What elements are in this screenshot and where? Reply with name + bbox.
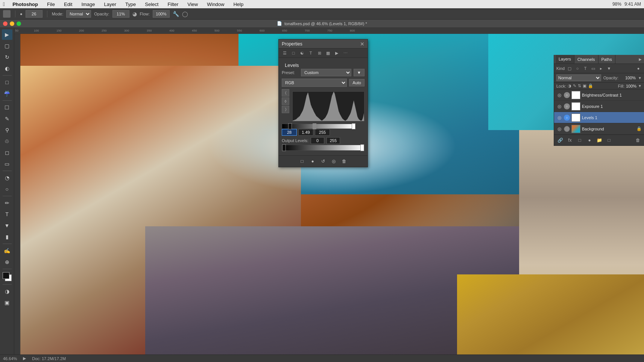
menu-filter[interactable]: Filter (166, 2, 180, 7)
selection-tool[interactable]: ▢ (2, 41, 12, 51)
layer-visibility-lev[interactable]: ◎ (556, 115, 562, 121)
lock-position-icon[interactable]: ⇅ (578, 83, 581, 88)
lock-artboard-icon[interactable]: ▣ (583, 83, 586, 88)
close-button[interactable] (3, 21, 8, 26)
props-icon-rect[interactable]: ▩ (324, 49, 332, 57)
input-levels-slider[interactable] (282, 124, 354, 129)
filter-more-icon[interactable]: ▼ (606, 65, 612, 72)
brush-tool-icon[interactable] (3, 10, 11, 18)
maximize-button[interactable] (17, 21, 21, 26)
quick-select-tool[interactable]: ◐ (2, 63, 12, 74)
pressure-icon[interactable]: ◯ (182, 11, 188, 17)
menu-layer[interactable]: Layer (103, 2, 118, 7)
props-view-prev-button[interactable]: ● (308, 157, 317, 165)
menu-window[interactable]: Window (205, 2, 226, 7)
layers-expand-button[interactable]: ► (638, 57, 642, 62)
filter-pixel-icon[interactable]: ▢ (566, 65, 573, 72)
black-input-handle[interactable] (288, 123, 292, 129)
layer-background[interactable]: ◎ Background 🔒 (554, 123, 644, 135)
doc-info-icon[interactable]: ▶ (23, 356, 26, 361)
properties-close-button[interactable]: ✕ (360, 41, 365, 47)
brush-tool[interactable]: ✎ (2, 114, 12, 124)
eyedropper-tool[interactable]: ☔ (2, 88, 12, 99)
screen-mode-tool[interactable]: ▣ (2, 297, 12, 308)
layer-brightness-contrast[interactable]: ◎ ○ Brightness/Contrast 1 (554, 89, 644, 101)
opacity-arrow[interactable]: ▼ (638, 76, 642, 80)
layers-new-button[interactable]: □ (605, 136, 613, 144)
props-icon-grid[interactable]: □ (290, 49, 297, 57)
gray-point-eyedropper[interactable]: ◊ (282, 97, 289, 105)
props-visibility-button[interactable]: ◎ (330, 157, 338, 165)
output-black-handle[interactable] (282, 144, 286, 151)
props-clip-button[interactable]: □ (298, 157, 306, 165)
black-point-eyedropper[interactable]: 〈 (282, 89, 289, 97)
layers-fx-button[interactable]: fx (566, 136, 574, 144)
menu-edit[interactable]: Edit (62, 2, 74, 7)
props-delete-button[interactable]: 🗑 (340, 157, 348, 165)
layers-tab[interactable]: Layers (556, 55, 574, 64)
paths-tab[interactable]: Paths (598, 55, 615, 64)
filter-toggle-icon[interactable]: ● (635, 65, 642, 72)
minimize-button[interactable] (10, 21, 14, 26)
filter-smart-icon[interactable]: ▸ (598, 65, 605, 72)
smoothing-icon[interactable]: 🔧 (173, 11, 179, 17)
move-tool[interactable]: ▶ (2, 29, 12, 40)
layers-delete-button[interactable]: 🗑 (634, 136, 642, 144)
pen-tool[interactable]: ✏ (2, 198, 12, 208)
layers-adjustment-button[interactable]: ● (586, 136, 593, 144)
layer-visibility-bg[interactable]: ◎ (556, 126, 562, 132)
history-brush-tool[interactable]: ♲ (2, 136, 12, 147)
spot-heal-tool[interactable]: ☐ (2, 102, 12, 113)
clone-tool[interactable]: ⚲ (2, 125, 12, 135)
output-black-input[interactable] (311, 137, 324, 144)
props-icon-yin[interactable]: ☯ (298, 49, 306, 57)
mode-select[interactable]: Normal (66, 10, 91, 18)
layer-adj-icon-lev[interactable]: ○ (564, 115, 570, 121)
output-levels-slider[interactable] (282, 145, 365, 151)
blur-tool[interactable]: ◔ (2, 173, 12, 183)
output-white-input[interactable] (327, 137, 340, 144)
white-point-eyedropper[interactable]: 〉 (282, 106, 289, 113)
zoom-tool[interactable]: ⊕ (2, 257, 12, 267)
props-icon-list[interactable]: ☰ (281, 49, 289, 57)
props-icon-grid2[interactable]: ⊞ (316, 49, 323, 57)
crop-tool[interactable]: □ (2, 77, 12, 88)
lock-transparent-icon[interactable]: ◑ (568, 83, 571, 88)
layers-mask-button[interactable]: □ (576, 136, 583, 144)
menu-photoshop[interactable]: Photoshop (11, 2, 39, 7)
layer-adj-icon-bc[interactable]: ○ (564, 92, 570, 98)
filter-type-icon[interactable]: T (582, 65, 589, 72)
white-input-handle[interactable] (352, 123, 355, 129)
layer-visibility-exp[interactable]: ◎ (556, 103, 562, 109)
preset-select[interactable]: Custom Default (301, 69, 351, 76)
shape-tool[interactable]: ▮ (2, 232, 12, 242)
props-reset-button[interactable]: ↺ (319, 157, 327, 165)
path-select-tool[interactable]: ▼ (2, 220, 12, 231)
brush-size-input[interactable] (26, 10, 43, 18)
menu-view[interactable]: View (186, 2, 199, 7)
menu-type[interactable]: Type (124, 2, 137, 7)
output-white-handle[interactable] (360, 144, 364, 151)
opacity-input[interactable] (112, 10, 129, 18)
black-levels-input[interactable] (282, 129, 297, 136)
channel-select[interactable]: RGB Red Green Blue (282, 79, 347, 87)
hand-tool[interactable]: ✍ (2, 245, 12, 256)
dodge-tool[interactable]: ○ (2, 184, 12, 194)
layers-link-button[interactable]: 🔗 (556, 136, 564, 144)
layer-visibility-bc[interactable]: ◎ (556, 92, 562, 98)
midtone-levels-input[interactable] (298, 129, 313, 136)
props-icon-chain[interactable]: ⋯ (342, 49, 349, 57)
foreground-color[interactable] (3, 272, 9, 279)
menu-select[interactable]: Select (143, 2, 160, 7)
color-swatch[interactable] (3, 272, 12, 281)
preset-menu-button[interactable]: ▼ (354, 69, 365, 76)
white-levels-input[interactable] (315, 129, 330, 136)
layer-exposure[interactable]: ◎ ○ Exposure 1 (554, 101, 644, 112)
flow-input[interactable] (153, 10, 170, 18)
props-icon-text[interactable]: T (307, 49, 314, 57)
lock-paint-icon[interactable]: ✎ (573, 83, 576, 88)
text-tool[interactable]: T (2, 209, 12, 220)
menu-image[interactable]: Image (80, 2, 96, 7)
channels-tab[interactable]: Channels (574, 55, 598, 64)
layers-folder-button[interactable]: 📁 (595, 136, 603, 144)
